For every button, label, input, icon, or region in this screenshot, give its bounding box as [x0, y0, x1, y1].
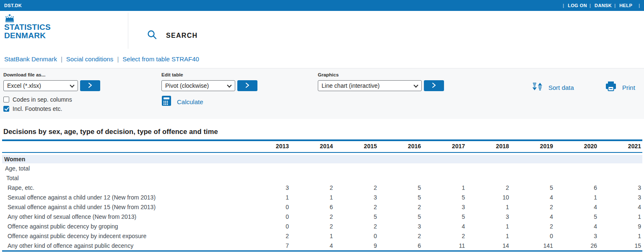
- data-cell: 2: [378, 231, 422, 241]
- breadcrumb-item[interactable]: Select from table STRAF40: [122, 55, 199, 63]
- crown-icon: [4, 14, 51, 22]
- table-row: Total: [2, 173, 642, 183]
- edit-table-go-button[interactable]: [237, 80, 257, 91]
- data-cell: 5: [378, 212, 422, 221]
- breadcrumb-item[interactable]: Social conditions: [66, 55, 114, 63]
- data-cell: 2: [466, 183, 510, 192]
- checkbox-checked[interactable]: [3, 106, 9, 112]
- data-cell: [334, 173, 378, 183]
- topbar-link-dansk[interactable]: DANSK: [591, 3, 615, 8]
- table-row: Sexual offence against a child under 12 …: [2, 192, 642, 202]
- year-column-header: 2020: [554, 141, 598, 153]
- row-label: Sexual offence against a child under 15 …: [2, 202, 246, 212]
- edit-table-group: Edit table Pivot (clockwise): [161, 72, 257, 108]
- data-cell: 1: [466, 221, 510, 231]
- year-column-header: 2016: [378, 141, 422, 153]
- year-column-header: 2019: [510, 141, 554, 153]
- breadcrumb-separator: |: [61, 55, 62, 63]
- data-cell: [334, 163, 378, 173]
- row-label: Women: [2, 155, 246, 163]
- data-cell: 4: [554, 221, 598, 231]
- data-cell: 11: [422, 241, 466, 250]
- row-label: Sexual offence against a child under 12 …: [2, 192, 246, 202]
- data-cell: 10: [466, 192, 510, 202]
- table-corner-cell: [2, 141, 246, 153]
- topbar-link-log-on[interactable]: LOG ON: [564, 3, 591, 8]
- year-column-header: 2017: [422, 141, 466, 153]
- data-cell: [246, 173, 290, 183]
- row-label: Rape, etc.: [2, 183, 246, 192]
- data-cell: 1: [598, 212, 642, 221]
- data-cell: 5: [378, 183, 422, 192]
- topbar-link-help[interactable]: HELP: [615, 3, 636, 8]
- dst-brand[interactable]: DST.DK: [4, 3, 22, 8]
- data-cell: 6: [378, 241, 422, 250]
- data-cell: 1: [598, 231, 642, 241]
- edit-table-select[interactable]: Pivot (clockwise): [161, 80, 235, 91]
- breadcrumb-item[interactable]: StatBank Denmark: [4, 55, 57, 63]
- table-row: Age, total: [2, 163, 642, 173]
- breadcrumb: StatBank Denmark|Social conditions|Selec…: [0, 50, 644, 68]
- statistics-denmark-logo[interactable]: STATISTICS DENMARK: [4, 14, 51, 40]
- data-cell: 2: [378, 202, 422, 212]
- data-cell: 1: [554, 192, 598, 202]
- data-cell: [466, 173, 510, 183]
- data-cell: [598, 173, 642, 183]
- data-cell: 1: [246, 192, 290, 202]
- data-cell: 26: [554, 241, 598, 250]
- data-cell: 4: [510, 212, 554, 221]
- checkbox-label: Codes in sep. columns: [13, 96, 72, 103]
- download-group: Download file as... Excel (*.xlsx) Codes…: [3, 72, 100, 112]
- data-cell: 3: [246, 183, 290, 192]
- data-cell: 0: [246, 202, 290, 212]
- table-row: Any other kind of offence against public…: [2, 241, 642, 250]
- data-cell: [246, 163, 290, 173]
- header-divider: [128, 13, 128, 49]
- checkbox-row[interactable]: Incl. Footnotes etc.: [3, 105, 100, 112]
- data-cell: 9: [598, 221, 642, 231]
- data-cell: 6: [290, 202, 334, 212]
- year-column-header: 2018: [466, 141, 510, 153]
- checkbox-row[interactable]: Codes in sep. columns: [3, 96, 100, 103]
- data-cell: [510, 173, 554, 183]
- data-cell: 1: [290, 231, 334, 241]
- row-label: Age, total: [2, 163, 246, 173]
- data-cell: 0: [246, 221, 290, 231]
- year-column-header: 2013: [246, 141, 290, 153]
- data-cell: 3: [466, 212, 510, 221]
- year-column-header: 2014: [290, 141, 334, 153]
- checkbox-unchecked[interactable]: [3, 97, 9, 102]
- data-cell: [290, 155, 334, 163]
- data-cell: [510, 155, 554, 163]
- data-cell: 6: [554, 183, 598, 192]
- download-format-select[interactable]: Excel (*.xlsx): [3, 80, 78, 91]
- search-icon: [147, 29, 158, 42]
- data-cell: 3: [378, 221, 422, 231]
- data-cell: 7: [246, 241, 290, 250]
- data-cell: 3: [598, 192, 642, 202]
- site-header: STATISTICS DENMARK SEARCH: [0, 11, 644, 50]
- row-label: Total: [2, 173, 246, 183]
- data-cell: 3: [334, 192, 378, 202]
- calculate-button[interactable]: Calculate: [161, 96, 257, 108]
- data-cell: 2: [422, 231, 466, 241]
- search-button[interactable]: SEARCH: [147, 29, 197, 42]
- graphics-go-button[interactable]: [424, 80, 444, 91]
- data-cell: 2: [334, 183, 378, 192]
- download-go-button[interactable]: [80, 80, 100, 91]
- data-cell: [510, 163, 554, 173]
- data-cell: 5: [554, 212, 598, 221]
- data-cell: 4: [510, 192, 554, 202]
- table-row: Any other kind of sexual offence (New fr…: [2, 212, 642, 221]
- row-label: Offence against public decency by gropin…: [2, 221, 246, 231]
- print-button[interactable]: Print: [605, 81, 635, 94]
- table-title: Decisions by sex, age, type of decision,…: [3, 128, 642, 136]
- data-cell: 1: [466, 202, 510, 212]
- data-cell: 2: [510, 202, 554, 212]
- sort-data-button[interactable]: Sort data: [532, 81, 574, 94]
- graphics-select[interactable]: Line chart (interactive): [318, 80, 422, 91]
- data-cell: [554, 173, 598, 183]
- print-label: Print: [622, 84, 635, 91]
- edit-table-label: Edit table: [161, 72, 257, 77]
- table-row: Rape, etc.322512563: [2, 183, 642, 192]
